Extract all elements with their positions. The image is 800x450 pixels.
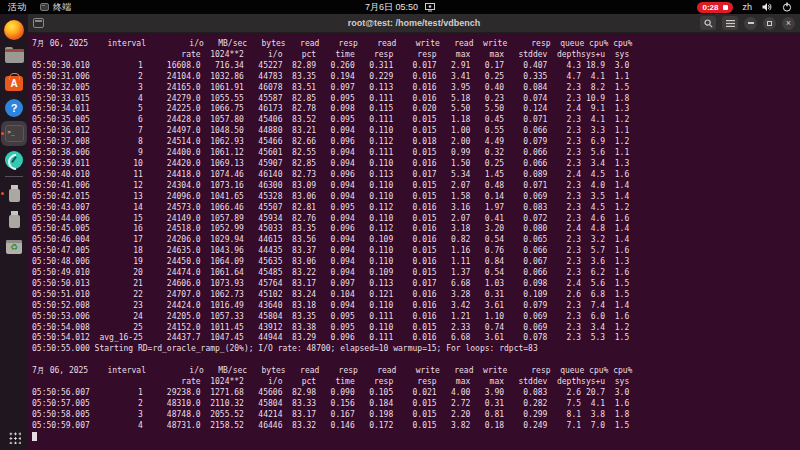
software-center-icon: A bbox=[5, 76, 23, 91]
minimize-button[interactable] bbox=[744, 17, 757, 30]
usb-drive-icon bbox=[9, 189, 20, 202]
disk-gauge-icon bbox=[5, 151, 23, 169]
mounted-indicator-dot bbox=[1, 192, 4, 195]
terminal-window: root@test: /home/test/vdbench × 7月 06, 2… bbox=[28, 14, 800, 450]
maximize-button[interactable] bbox=[763, 17, 776, 30]
dock-item-trash[interactable]: ♻ bbox=[1, 233, 27, 258]
usb-drive-icon bbox=[9, 215, 20, 228]
clock-label: 7月6日 05:50 bbox=[365, 1, 418, 14]
terminal-output[interactable]: 7月 06, 2025 interval i/o MB/sec bytes re… bbox=[28, 34, 800, 444]
terminal-cursor bbox=[32, 432, 37, 441]
dock-item-usb-drive-2[interactable] bbox=[1, 207, 27, 232]
dock-item-firefox[interactable] bbox=[1, 17, 27, 42]
terminal-content-area[interactable]: 7月 06, 2025 interval i/o MB/sec bytes re… bbox=[28, 34, 800, 450]
window-title: root@test: /home/test/vdbench bbox=[28, 18, 800, 28]
power-icon[interactable] bbox=[782, 2, 792, 12]
activities-button[interactable]: 活动 bbox=[8, 1, 26, 14]
screencast-icon bbox=[425, 3, 435, 12]
dock-item-help[interactable]: ? bbox=[1, 95, 27, 120]
dock-item-disk-gauge[interactable] bbox=[1, 147, 27, 172]
volume-icon[interactable] bbox=[762, 2, 772, 12]
recording-indicator[interactable]: 0:28 bbox=[697, 2, 732, 13]
help-icon: ? bbox=[5, 99, 23, 117]
files-icon bbox=[5, 49, 24, 63]
dock: A ? >_ ♻ bbox=[0, 14, 28, 450]
stop-recording-icon bbox=[723, 5, 728, 10]
firefox-icon bbox=[4, 20, 24, 40]
focused-app-indicator[interactable]: 终端 bbox=[40, 1, 71, 14]
terminal-icon: >_ bbox=[5, 125, 24, 142]
running-indicator-dot bbox=[1, 132, 4, 135]
terminal-app-icon bbox=[40, 3, 49, 11]
dock-item-usb-drive-1[interactable] bbox=[1, 181, 27, 206]
dock-separator bbox=[5, 176, 23, 177]
top-bar: 活动 终端 7月6日 05:50 0:28 zh bbox=[0, 0, 800, 14]
clock-button[interactable]: 7月6日 05:50 bbox=[365, 1, 435, 14]
new-tab-button[interactable] bbox=[33, 18, 44, 28]
close-button[interactable]: × bbox=[782, 17, 795, 30]
recording-time: 0:28 bbox=[702, 3, 718, 12]
dock-item-software[interactable]: A bbox=[1, 69, 27, 94]
menu-button[interactable] bbox=[722, 16, 738, 30]
input-method-indicator[interactable]: zh bbox=[743, 2, 753, 12]
app-grid-icon[interactable] bbox=[8, 431, 21, 444]
dock-item-terminal[interactable]: >_ bbox=[1, 121, 27, 146]
trash-icon: ♻ bbox=[6, 240, 22, 254]
focused-app-name: 终端 bbox=[53, 1, 71, 14]
window-titlebar[interactable]: root@test: /home/test/vdbench × bbox=[28, 14, 800, 33]
dock-item-files[interactable] bbox=[1, 43, 27, 68]
search-button[interactable] bbox=[700, 16, 716, 30]
